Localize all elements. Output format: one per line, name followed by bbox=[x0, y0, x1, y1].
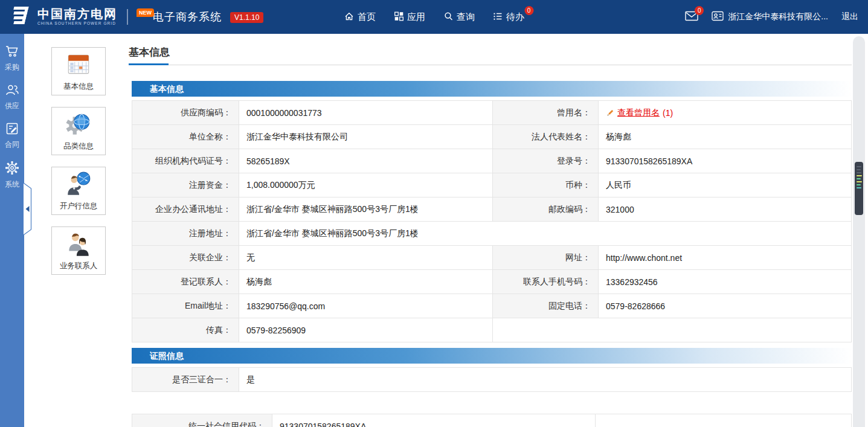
field-value: 杨海彪 bbox=[239, 270, 493, 294]
section-header-basic-info: 基本信息 bbox=[132, 81, 852, 97]
field-label: 登记联系人： bbox=[132, 270, 239, 294]
field-value: 0579-82256909 bbox=[239, 318, 493, 342]
field-value: 1,008.000000万元 bbox=[239, 173, 493, 197]
nav-item-apps[interactable]: 应用 bbox=[394, 11, 425, 23]
field-label: 是否三证合一： bbox=[132, 368, 239, 391]
table-row: 单位全称： 浙江金华中泰科技有限公司 法人代表姓名： 杨海彪 bbox=[132, 124, 851, 149]
sidebar-collapse-toggle[interactable] bbox=[24, 183, 32, 235]
top-nav: 首页 应用 查询 bbox=[344, 11, 524, 23]
menu-button-business-contacts[interactable]: 业务联系人 bbox=[51, 226, 106, 275]
field-label: 邮政编码： bbox=[493, 197, 599, 221]
field-label: 关联企业： bbox=[132, 246, 239, 269]
field-label: 注册地址： bbox=[132, 222, 239, 245]
gear-icon bbox=[5, 161, 19, 178]
top-header: 中国南方电网 CHINA SOUTHERN POWER GRID NEW 电子商… bbox=[0, 0, 868, 34]
section-gap bbox=[132, 392, 852, 414]
menu-button-category-info[interactable]: 品类信息 bbox=[51, 107, 106, 155]
field-label: 企业办公通讯地址： bbox=[132, 197, 239, 221]
menu-label: 业务联系人 bbox=[60, 261, 98, 271]
main-area: 基本信息 bbox=[24, 34, 868, 427]
field-value: 58265189X bbox=[239, 149, 493, 173]
field-label: 法人代表姓名： bbox=[493, 125, 599, 149]
menu-label: 品类信息 bbox=[63, 141, 94, 152]
field-value: 9133070158265189XA bbox=[599, 149, 851, 173]
new-badge: NEW bbox=[137, 8, 154, 17]
field-value: 9133070158265189XA bbox=[272, 414, 596, 427]
table-row: 供应商编码： 0001000000031773 曾用名： bbox=[132, 101, 851, 124]
nav-item-home[interactable]: 首页 bbox=[344, 11, 376, 23]
logo-subtitle: CHINA SOUTHERN POWER GRID bbox=[37, 22, 117, 26]
version-badge: V1.1.10 bbox=[230, 12, 263, 23]
field-value: 183290756@qq.com bbox=[239, 294, 493, 318]
search-icon bbox=[443, 11, 453, 23]
table-row: 注册地址： 浙江省/金华市 婺城区神丽路500号3号厂房1楼 bbox=[132, 221, 851, 245]
field-label: 登录号： bbox=[493, 149, 599, 173]
nav-item-todo[interactable]: 待办 0 bbox=[493, 11, 524, 23]
sidebar-item-supply[interactable]: 供应 bbox=[0, 79, 24, 117]
field-label: 单位全称： bbox=[132, 125, 239, 149]
logo-title: 中国南方电网 bbox=[37, 8, 117, 20]
field-label: 网址： bbox=[493, 246, 599, 269]
system-name: 电子商务系统 bbox=[153, 10, 222, 24]
table-row: 组织机构代码证号： 58265189X 登录号： 913307015826518… bbox=[132, 149, 851, 173]
header-right: 0 浙江金华中泰科技有限公... 退出 bbox=[685, 11, 858, 24]
table-row: 企业办公通讯地址： 浙江省/金华市 婺城区神丽路500号3号厂房1楼 邮政编码：… bbox=[132, 197, 851, 221]
field-value: 浙江省/金华市 婺城区神丽路500号3号厂房1楼 bbox=[239, 222, 851, 245]
field-label: 固定电话： bbox=[493, 294, 599, 318]
field-label: 曾用名： bbox=[493, 101, 599, 124]
field-label: 供应商编码： bbox=[132, 101, 239, 124]
nav-item-search[interactable]: 查询 bbox=[443, 11, 475, 23]
todo-count-badge: 0 bbox=[524, 6, 533, 15]
scrollbar-thumb[interactable] bbox=[855, 162, 863, 215]
table-row: 关联企业： 无 网址： http://www.chont.net bbox=[132, 245, 851, 269]
field-value: 查看曾用名 (1) bbox=[599, 101, 851, 124]
table-row: Email地址： 183290756@qq.com 固定电话： 0579-826… bbox=[132, 294, 851, 318]
former-name-count: (1) bbox=[663, 108, 673, 118]
table-row: 传真： 0579-82256909 bbox=[132, 318, 851, 342]
sidebar-item-system[interactable]: 系统 bbox=[0, 156, 24, 196]
field-value: 是 bbox=[239, 368, 851, 391]
contract-icon bbox=[5, 122, 19, 138]
menu-label: 开户行信息 bbox=[60, 201, 98, 211]
field-label: 统一社会信用代码： bbox=[132, 414, 272, 427]
table-row: 是否三证合一： 是 bbox=[132, 368, 851, 391]
edit-pencil-icon bbox=[606, 109, 614, 117]
menu-button-bank-info[interactable]: 开户行信息 bbox=[51, 167, 106, 215]
globe-gear-icon bbox=[65, 108, 92, 141]
table-row: 登记联系人： 杨海彪 联系人手机号码： 13362932456 bbox=[132, 269, 851, 294]
sidebar-item-procurement[interactable]: 采购 bbox=[0, 40, 24, 79]
title-rule bbox=[129, 65, 852, 65]
section-header-license-info: 证照信息 bbox=[132, 348, 852, 364]
field-value: 浙江省/金华市 婺城区神丽路500号3号厂房1楼 bbox=[239, 197, 493, 221]
content: 基本信息 基本信息 供应商编码： 0001000000031773 曾用名： bbox=[129, 34, 868, 427]
field-value: 0001000000031773 bbox=[239, 101, 493, 124]
account-menu[interactable]: 浙江金华中泰科技有限公... bbox=[712, 11, 828, 24]
view-former-name-link[interactable]: 查看曾用名 bbox=[617, 108, 660, 118]
scrollbar-track[interactable] bbox=[853, 36, 865, 427]
field-label: 注册资金： bbox=[132, 173, 239, 197]
home-icon bbox=[344, 11, 354, 23]
mail-button[interactable]: 0 bbox=[685, 11, 698, 24]
menu-label: 基本信息 bbox=[63, 82, 94, 92]
brand: 中国南方电网 CHINA SOUTHERN POWER GRID NEW 电子商… bbox=[0, 5, 263, 28]
mail-count-badge: 0 bbox=[695, 6, 704, 15]
table-row: 统一社会信用代码： 9133070158265189XA bbox=[132, 414, 851, 427]
logout-button[interactable]: 退出 bbox=[841, 11, 858, 22]
sidebar: 采购 供应 合同 bbox=[0, 34, 24, 427]
field-label: 联系人手机号码： bbox=[493, 270, 599, 294]
field-value: http://www.chont.net bbox=[599, 246, 851, 269]
empty-cell bbox=[596, 414, 851, 427]
csg-logo-icon bbox=[8, 5, 33, 28]
menu-button-basic-info[interactable]: 基本信息 bbox=[51, 47, 106, 95]
field-value: 浙江金华中泰科技有限公司 bbox=[239, 125, 493, 149]
id-card-icon bbox=[712, 11, 724, 24]
field-label: 币种： bbox=[493, 173, 599, 197]
sidebar-item-contract[interactable]: 合同 bbox=[0, 117, 24, 156]
cart-icon bbox=[5, 45, 19, 60]
apps-grid-icon bbox=[394, 11, 403, 23]
field-value: 无 bbox=[239, 246, 493, 269]
people-icon bbox=[5, 83, 19, 99]
field-label: 组织机构代码证号： bbox=[132, 149, 239, 173]
basic-info-table: 基本信息 供应商编码： 0001000000031773 曾用名： bbox=[132, 81, 852, 427]
todo-list-icon bbox=[493, 11, 503, 23]
